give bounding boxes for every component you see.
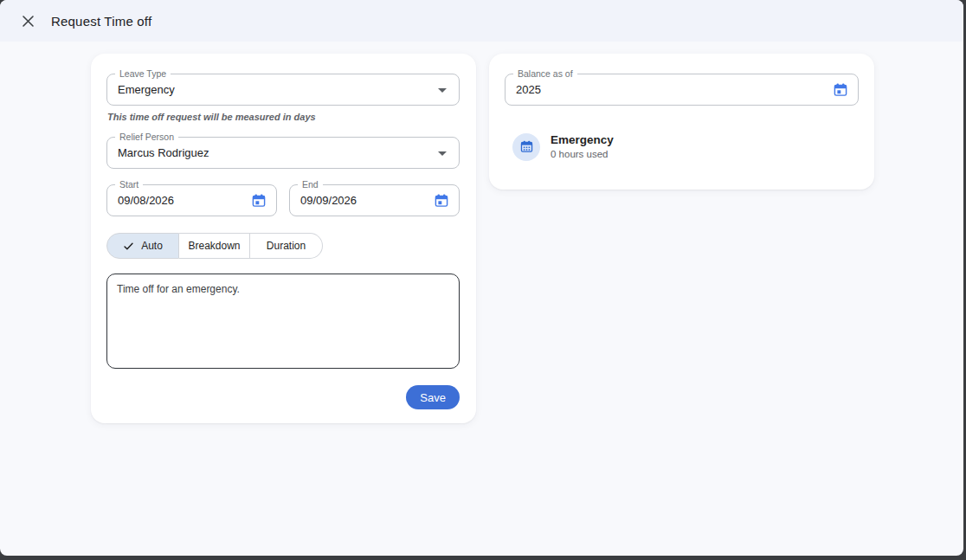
time-off-form-card: Leave Type Emergency This time off reque… xyxy=(91,54,476,423)
relief-person-select[interactable]: Relief Person Marcus Rodriguez xyxy=(106,137,460,169)
chevron-down-icon xyxy=(438,151,447,156)
relief-person-label: Relief Person xyxy=(115,132,178,143)
balance-type-name: Emergency xyxy=(551,132,614,147)
tab-auto-label: Auto xyxy=(141,240,163,252)
start-date-picker-button[interactable] xyxy=(249,191,268,210)
end-date-label: End xyxy=(298,179,323,190)
entry-mode-tabs: Auto Breakdown Duration xyxy=(106,233,323,259)
balance-as-of-value: 2025 xyxy=(506,83,541,96)
balance-card: Balance as of 2025 xyxy=(489,54,874,190)
dialog-content: Leave Type Emergency This time off reque… xyxy=(0,42,963,423)
tab-breakdown-label: Breakdown xyxy=(188,240,240,252)
start-date-value: 09/08/2026 xyxy=(107,194,174,207)
leave-type-value: Emergency xyxy=(107,83,175,96)
close-button[interactable] xyxy=(17,10,38,31)
balance-as-of-field[interactable]: Balance as of 2025 xyxy=(505,74,859,106)
chevron-down-icon xyxy=(438,88,447,93)
end-date-picker-button[interactable] xyxy=(432,191,451,210)
leave-type-avatar xyxy=(512,133,540,161)
balance-year-picker-button[interactable] xyxy=(831,80,850,100)
leave-type-label: Leave Type xyxy=(115,68,171,80)
measurement-note: This time off request will be measured i… xyxy=(107,112,460,122)
request-time-off-dialog: Request Time off Leave Type Emergency Th… xyxy=(0,0,963,556)
balance-usage-text: 0 hours used xyxy=(551,148,614,161)
end-date-field[interactable]: End 09/09/2026 xyxy=(289,184,460,216)
balance-list-item: Emergency 0 hours used xyxy=(505,132,859,161)
save-button[interactable]: Save xyxy=(406,385,460,409)
relief-person-value: Marcus Rodriguez xyxy=(107,146,209,159)
description-textarea[interactable]: Time off for an emergency. xyxy=(106,274,460,369)
tab-breakdown[interactable]: Breakdown xyxy=(179,233,250,259)
start-date-field[interactable]: Start 09/08/2026 xyxy=(106,184,277,216)
balance-as-of-label: Balance as of xyxy=(513,68,577,80)
page-title: Request Time off xyxy=(51,14,151,29)
dialog-header: Request Time off xyxy=(0,0,963,42)
leave-type-select[interactable]: Leave Type Emergency xyxy=(106,74,460,106)
close-icon xyxy=(22,15,35,28)
tab-duration[interactable]: Duration xyxy=(250,233,323,259)
start-date-label: Start xyxy=(115,179,143,190)
calendar-icon xyxy=(434,193,449,209)
calendar-icon xyxy=(833,82,848,98)
tab-duration-label: Duration xyxy=(267,240,306,252)
tab-auto[interactable]: Auto xyxy=(106,233,179,259)
calendar-month-icon xyxy=(519,139,534,154)
calendar-icon xyxy=(251,193,267,209)
end-date-value: 09/09/2026 xyxy=(290,194,357,207)
check-icon xyxy=(123,241,134,252)
